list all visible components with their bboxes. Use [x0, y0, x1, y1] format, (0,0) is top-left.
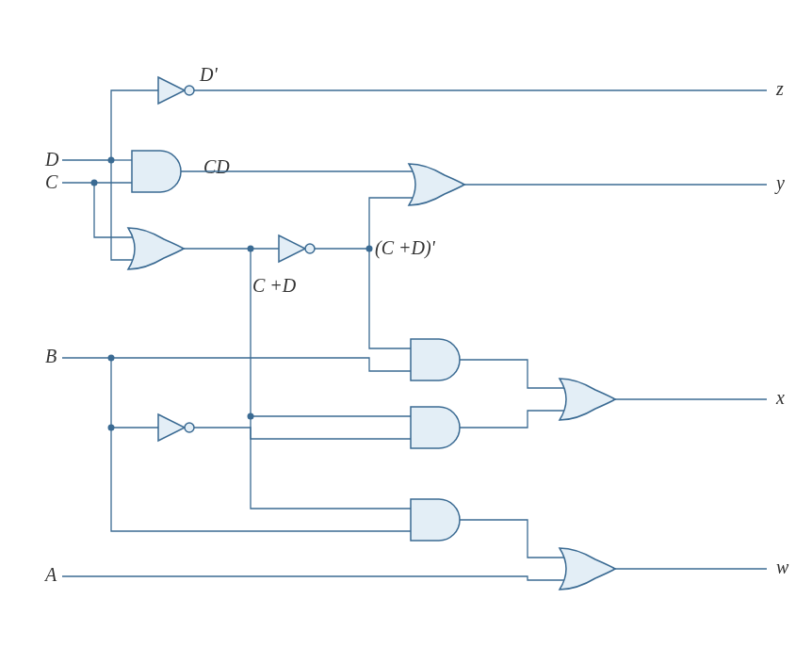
- not-gate-cpd: [279, 235, 315, 262]
- wire-A: [62, 576, 567, 580]
- label-w: w: [776, 557, 789, 577]
- label-CplusDprime: (C +D)': [375, 237, 436, 259]
- wire-B-right1: [111, 358, 411, 371]
- wire-cpd-down2: [251, 416, 411, 509]
- label-A: A: [43, 564, 57, 585]
- label-CplusD: C +D: [252, 275, 297, 296]
- not-gate-b: [158, 414, 194, 441]
- label-D: D: [44, 149, 59, 170]
- wire-and3-out: [460, 520, 567, 558]
- wire-and1-out: [460, 360, 567, 388]
- label-C: C: [45, 171, 58, 192]
- wire-D-up: [111, 90, 158, 160]
- wire-and2-out: [460, 411, 567, 428]
- wire-ncpd-down: [369, 249, 411, 348]
- wire-B-down: [111, 358, 158, 428]
- wire-cpd-down1: [251, 249, 411, 416]
- or-gate-y: [409, 164, 464, 205]
- or-gate-cd: [128, 228, 184, 269]
- and-gate-cd: [132, 151, 181, 192]
- or-gate-w: [560, 548, 615, 590]
- and-gate-nb-cpd: [411, 407, 460, 448]
- wire-B-far-down: [111, 428, 411, 531]
- label-z: z: [775, 78, 784, 99]
- label-CD: CD: [203, 156, 230, 177]
- or-gate-x: [560, 379, 615, 420]
- and-gate-b-cpd: [411, 499, 460, 541]
- wire-D-down: [111, 160, 134, 260]
- logic-diagram: D C B A D' z CD C +D (C +D)' y x w: [0, 0, 812, 647]
- wire-nb-out: [194, 428, 411, 439]
- label-y: y: [774, 172, 785, 194]
- label-B: B: [45, 346, 57, 366]
- not-gate-d: [158, 77, 194, 104]
- label-x: x: [775, 387, 785, 408]
- and-gate-b-ncpd: [411, 339, 460, 380]
- label-Dprime: D': [199, 64, 218, 85]
- wire-C-down: [94, 183, 134, 237]
